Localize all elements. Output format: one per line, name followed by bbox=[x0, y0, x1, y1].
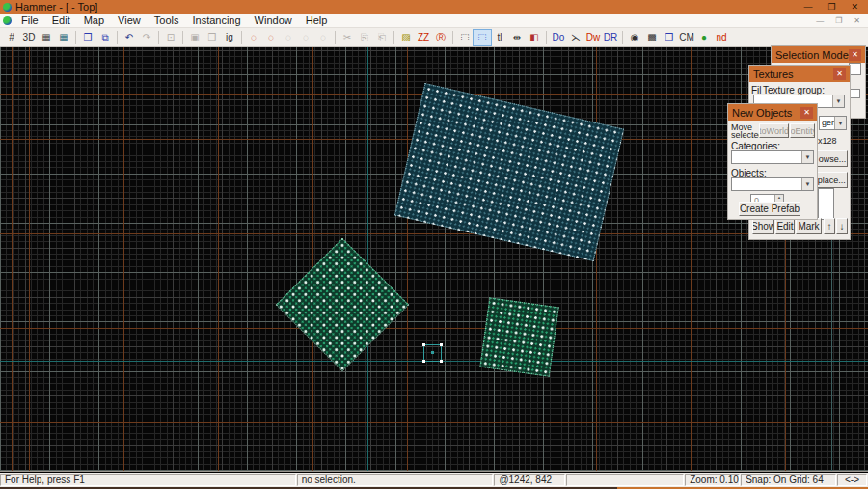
status-snap-grid: Snap: On Grid: 64 bbox=[741, 474, 836, 486]
show-button[interactable]: Show bbox=[752, 218, 774, 234]
load-window-state-icon[interactable]: ❐ bbox=[79, 30, 96, 45]
textures-close-icon[interactable]: ✕ bbox=[833, 68, 846, 80]
helper-radius-icon[interactable]: Ⓡ bbox=[432, 30, 449, 45]
hide-entities-icon[interactable]: ▨ bbox=[397, 30, 415, 45]
selection-mode-fragment-box-1 bbox=[849, 63, 861, 75]
new-objects-title-bar[interactable]: New Objects ✕ bbox=[728, 104, 817, 121]
displacement-mask-icon[interactable]: ▩ bbox=[643, 30, 661, 45]
toolbar-separator bbox=[182, 31, 183, 44]
grid-smaller-icon[interactable]: ▦ bbox=[38, 30, 55, 45]
vertex-handle[interactable] bbox=[422, 343, 425, 346]
menu-item-help[interactable]: Help bbox=[299, 14, 335, 27]
menu-item-edit[interactable]: Edit bbox=[45, 14, 77, 27]
flip-icon[interactable]: ◧ bbox=[526, 30, 543, 45]
chevron-down-icon[interactable]: ▼ bbox=[801, 178, 813, 190]
browse-button[interactable]: owse... bbox=[817, 150, 848, 167]
selection-mode-title: Selection Mode bbox=[775, 49, 849, 61]
title-bar[interactable]: Hammer - [ - Top] — ❐ ✕ bbox=[0, 0, 868, 14]
undo-icon[interactable]: ↶ bbox=[121, 30, 138, 45]
menu-item-window[interactable]: Window bbox=[248, 14, 299, 27]
create-prefab-button[interactable]: Create Prefab bbox=[739, 202, 800, 216]
selection-mode-close-icon[interactable]: ✕ bbox=[849, 49, 861, 61]
vertex-handle[interactable] bbox=[440, 360, 443, 363]
categories-combo[interactable]: ▼ bbox=[731, 150, 814, 164]
menu-bar: FileEditMapViewToolsInstancingWindowHelp… bbox=[0, 14, 868, 28]
textures-title-bar[interactable]: Textures ✕ bbox=[749, 66, 850, 82]
grid-3d-icon[interactable]: 3D bbox=[20, 30, 38, 45]
menu-item-instancing[interactable]: Instancing bbox=[185, 14, 247, 27]
run-map-icon[interactable]: Do bbox=[550, 30, 567, 45]
menu-item-map[interactable]: Map bbox=[77, 14, 111, 27]
status-resize-indicator: <-> bbox=[837, 474, 867, 486]
pointfile-icon[interactable]: ⋋ bbox=[567, 30, 584, 45]
hide-selected-icon[interactable]: ◌ bbox=[245, 30, 262, 45]
select-box-icon[interactable]: ⬚ bbox=[456, 30, 474, 45]
chevron-down-icon[interactable]: ▼ bbox=[801, 151, 813, 163]
vertex-handle[interactable] bbox=[422, 360, 425, 363]
snap-grid-icon[interactable]: # bbox=[3, 30, 20, 45]
group-icon[interactable]: ❒ bbox=[203, 30, 221, 45]
grid-larger-icon[interactable]: ▦ bbox=[55, 30, 72, 45]
toolbar-separator bbox=[75, 31, 76, 44]
nudge-icon[interactable]: ⇹ bbox=[508, 30, 526, 45]
nodraw-icon[interactable]: nd bbox=[713, 30, 730, 45]
selection-mode-title-bar[interactable]: Selection Mode ✕ bbox=[772, 46, 865, 63]
child-restore-button[interactable]: ❐ bbox=[835, 16, 842, 25]
menu-item-file[interactable]: File bbox=[14, 14, 45, 27]
detail-leaf-icon[interactable]: ● bbox=[695, 30, 713, 45]
to-world-button[interactable]: toWorld bbox=[759, 123, 789, 138]
child-close-button[interactable]: ✕ bbox=[854, 16, 860, 25]
texture-size-combo[interactable]: gene ▼ bbox=[819, 116, 847, 130]
dw-icon[interactable]: Dw bbox=[584, 30, 602, 45]
menu-item-tools[interactable]: Tools bbox=[148, 14, 186, 27]
model-fade-icon[interactable]: ❒ bbox=[661, 30, 678, 45]
up-arrow-button[interactable]: ↑ bbox=[824, 218, 835, 234]
brush-large-rectangle[interactable] bbox=[394, 82, 624, 260]
document-icon bbox=[3, 16, 12, 25]
carve-icon[interactable]: ⊡ bbox=[162, 30, 179, 45]
ignore-groups-icon[interactable]: ig bbox=[221, 30, 238, 45]
paste-icon[interactable]: ⎗ bbox=[373, 30, 391, 45]
save-window-state-icon[interactable]: ⧉ bbox=[96, 30, 114, 45]
entity-names-icon[interactable]: ZZ bbox=[415, 30, 432, 45]
cut-icon[interactable]: ✂ bbox=[339, 30, 356, 45]
textures-title: Textures bbox=[753, 68, 794, 80]
sphere-icon[interactable]: ◉ bbox=[626, 30, 643, 45]
menu-item-view[interactable]: View bbox=[111, 14, 148, 27]
toolbar-separator bbox=[452, 31, 453, 44]
hide-unselected-icon[interactable]: ◌ bbox=[262, 30, 280, 45]
close-button[interactable]: ✕ bbox=[851, 0, 858, 14]
redo-icon[interactable]: ↷ bbox=[138, 30, 155, 45]
restore-button[interactable]: ❐ bbox=[827, 0, 835, 14]
down-arrow-button[interactable]: ↓ bbox=[836, 218, 848, 234]
window-title: Hammer - [ - Top] bbox=[15, 0, 97, 14]
vertex-handle[interactable] bbox=[440, 343, 443, 346]
dr-icon[interactable]: DR bbox=[602, 30, 619, 45]
texture-lock-icon[interactable]: tl bbox=[491, 30, 508, 45]
show-group-icon[interactable]: ◌ bbox=[314, 30, 332, 45]
status-help: For Help, press F1 bbox=[0, 474, 296, 486]
brush-diamond[interactable] bbox=[276, 238, 410, 372]
edit-button[interactable]: Edit bbox=[775, 218, 795, 234]
make-hollow-icon[interactable]: ▣ bbox=[186, 30, 203, 45]
toolbar-separator bbox=[117, 31, 118, 44]
new-objects-close-icon[interactable]: ✕ bbox=[800, 107, 813, 119]
chevron-down-icon[interactable]: ▼ bbox=[832, 95, 844, 107]
hide-group-icon[interactable]: ◌ bbox=[297, 30, 314, 45]
minimize-button[interactable]: — bbox=[803, 0, 812, 14]
child-minimize-button[interactable]: — bbox=[816, 16, 824, 25]
chevron-down-icon[interactable]: ▼ bbox=[834, 117, 846, 129]
to-entity-button[interactable]: toEntity bbox=[790, 123, 815, 138]
toolbar-separator bbox=[158, 31, 159, 44]
show-hidden-icon[interactable]: ◌ bbox=[280, 30, 297, 45]
origin-dot bbox=[431, 351, 434, 354]
copy-icon[interactable]: ⎘ bbox=[356, 30, 373, 45]
brush-tiny-square[interactable] bbox=[423, 344, 442, 362]
objects-combo[interactable]: ▼ bbox=[731, 177, 814, 191]
texture-preview bbox=[818, 188, 834, 220]
mark-button[interactable]: Mark bbox=[796, 218, 822, 234]
brush-small-square[interactable] bbox=[479, 297, 558, 376]
magnify-selection-icon[interactable]: ⬚ bbox=[474, 30, 491, 45]
child-window-controls: —❐✕ bbox=[816, 16, 860, 25]
cm-icon[interactable]: CM bbox=[678, 30, 695, 45]
